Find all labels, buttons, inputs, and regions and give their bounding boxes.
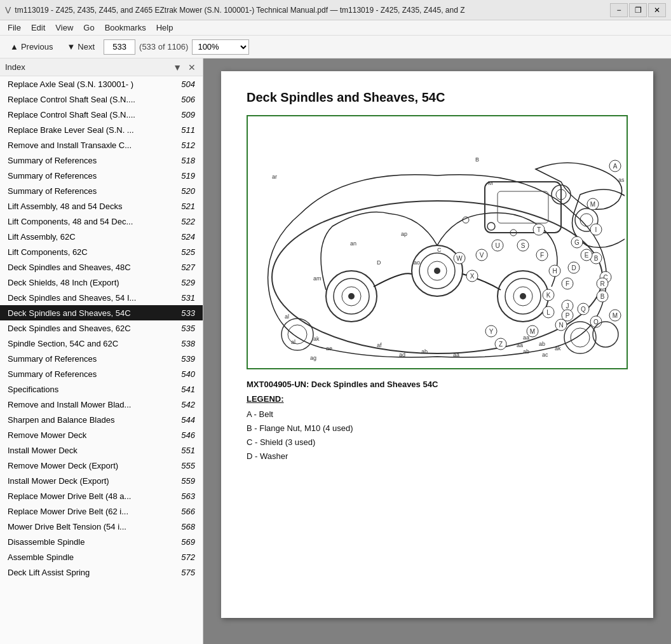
sidebar-item-page: 551 [176,446,195,455]
sidebar-list-item[interactable]: Replace Control Shaft Seal (S.N....506 [0,92,203,107]
sidebar-list-item[interactable]: Replace Brake Lever Seal (S.N. ...511 [0,122,203,137]
sidebar-list-item[interactable]: Lift Assembly, 62C524 [0,229,203,244]
sidebar-item-label: Remove Mower Deck (Export) [8,461,171,470]
page-number-input[interactable] [104,39,135,55]
sidebar-list-item[interactable]: Remove and Install Mower Blad...542 [0,397,203,412]
sidebar-item-label: Remove and Install Mower Blad... [8,400,171,409]
sidebar-list-item[interactable]: Mower Drive Belt Tension (54 i...568 [0,519,203,534]
sidebar-item-label: Lift Assembly, 62C [8,232,171,242]
menu-item-view[interactable]: View [50,22,78,34]
sidebar-list-item[interactable]: Install Mower Deck (Export)559 [0,473,203,488]
next-button[interactable]: ▼ Next [62,39,100,54]
svg-text:ak: ak [313,336,320,342]
sidebar-item-page: 533 [176,308,195,318]
sidebar-item-page: 575 [176,568,195,577]
sidebar-item-label: Replace Mower Drive Belt (48 a... [8,491,171,501]
sidebar-list-item[interactable]: Replace Axle Seal (S.N. 130001- )504 [0,76,203,92]
sidebar-close-button[interactable]: ✕ [186,62,198,72]
sidebar-item-page: 531 [176,293,195,303]
svg-point-4 [348,293,355,299]
sidebar-item-page: 512 [176,140,195,150]
sidebar-item-label: Lift Components, 48 and 54 Dec... [8,217,171,226]
sidebar-list-item[interactable]: Summary of References519 [0,168,203,183]
menu-item-go[interactable]: Go [78,22,99,34]
minimize-button[interactable]: − [610,3,628,17]
sidebar-item-page: 527 [176,263,195,272]
sidebar-list-item[interactable]: Replace Mower Drive Belt (48 a...563 [0,488,203,504]
close-button[interactable]: ✕ [648,3,666,17]
sidebar-list-item[interactable]: Lift Components, 62C525 [0,244,203,259]
legend-item: B - Flange Nut, M10 (4 used) [247,421,628,435]
sidebar-list-item[interactable]: Spindle Section, 54C and 62C538 [0,336,203,351]
page-count-label: (533 of 1106) [139,42,188,51]
svg-text:S: S [521,242,525,249]
sidebar-list-item[interactable]: Deck Spindles and Sheaves, 54C533 [0,305,203,320]
sidebar-item-page: 541 [176,385,195,394]
sidebar-list-item[interactable]: Summary of References518 [0,153,203,168]
sidebar-list-item[interactable]: Remove Mower Deck (Export)555 [0,458,203,473]
sidebar-item-label: Deck Spindles and Sheaves, 48C [8,263,171,272]
svg-text:B: B [594,255,599,262]
sidebar-list-item[interactable]: Remove and Install Transaxle C...512 [0,137,203,153]
sidebar-item-page: 511 [176,125,195,135]
sidebar-list-item[interactable]: Deck Spindles and Sheaves, 54 I...531 [0,290,203,305]
sidebar-list-item[interactable]: Install Mower Deck551 [0,442,203,458]
legend-title: LEGEND: [247,394,628,404]
sidebar-item-page: 506 [176,95,195,104]
sidebar-list-item[interactable]: Replace Mower Drive Belt (62 i...566 [0,504,203,519]
sidebar-list-item[interactable]: Deck Shields, 48 Inch (Export)529 [0,275,203,290]
svg-text:ab: ab [421,348,428,355]
menu-item-bookmarks[interactable]: Bookmarks [100,22,151,34]
content-area[interactable]: Deck Spindles and Sheaves, 54C [203,58,671,644]
sidebar-item-page: 519 [176,171,195,181]
menu-item-help[interactable]: Help [151,22,179,34]
sidebar-item-page: 518 [176,156,195,165]
sidebar-list-item[interactable]: Deck Lift Assist Spring575 [0,565,203,580]
sidebar-list-item[interactable]: Summary of References540 [0,366,203,381]
sidebar-list-item[interactable]: Summary of References520 [0,183,203,198]
previous-button[interactable]: ▲ Previous [5,39,58,54]
sidebar-item-page: 522 [176,217,195,226]
svg-text:ad: ad [399,352,405,358]
sidebar-list-item[interactable]: Remove Mower Deck546 [0,427,203,442]
sidebar-list-item[interactable]: Disassemble Spindle569 [0,534,203,549]
sidebar-dropdown-button[interactable]: ▼ [171,62,184,72]
sidebar-list-item[interactable]: Assemble Spindle572 [0,549,203,565]
sidebar-list[interactable]: Replace Axle Seal (S.N. 130001- )504Repl… [0,76,203,644]
menu-item-edit[interactable]: Edit [26,22,50,34]
sidebar-list-item[interactable]: Deck Spindles and Sheaves, 62C535 [0,320,203,336]
svg-text:aa: aa [453,352,459,358]
sidebar-item-page: 540 [176,369,195,379]
sidebar-list-item[interactable]: Summary of References539 [0,351,203,366]
sidebar-item-page: 524 [176,232,195,242]
sidebar-item-page: 525 [176,247,195,257]
sidebar-list-item[interactable]: Lift Assembly, 48 and 54 Decks521 [0,198,203,214]
svg-text:ac: ac [542,352,548,358]
sidebar-item-page: 535 [176,324,195,333]
sidebar-item-label: Install Mower Deck (Export) [8,476,171,486]
sidebar-list-item[interactable]: Lift Components, 48 and 54 Dec...522 [0,214,203,229]
sidebar-list-item[interactable]: Replace Control Shaft Seal (S.N....509 [0,107,203,122]
sidebar-list-item[interactable]: Sharpen and Balance Blades544 [0,412,203,427]
svg-point-110 [288,325,307,344]
zoom-select[interactable]: 50%75%100%125%150%200% [192,39,249,55]
down-arrow-icon: ▼ [67,42,75,51]
sidebar-list-item[interactable]: Specifications541 [0,381,203,397]
sidebar-list-item[interactable]: Deck Spindles and Sheaves, 48C527 [0,259,203,275]
diagram-container: A B B C D E F [247,115,628,369]
sidebar-item-label: Summary of References [8,156,171,165]
menu-item-file[interactable]: File [3,22,26,34]
sidebar-item-page: 546 [176,430,195,440]
sidebar-item-label: Specifications [8,385,171,394]
svg-text:aa: aa [517,342,523,348]
up-arrow-icon: ▲ [10,42,18,51]
svg-point-8 [434,268,440,274]
restore-button[interactable]: ❐ [629,3,647,17]
sidebar-item-label: Lift Components, 62C [8,247,171,257]
svg-text:D: D [377,259,381,266]
window-title: tm113019 - Z425, Z435, Z445, and Z465 EZ… [15,6,606,15]
sidebar-item-label: Remove Mower Deck [8,430,171,440]
svg-text:M: M [613,312,618,319]
svg-text:ab: ab [539,341,545,347]
toolbar: ▲ Previous ▼ Next (533 of 1106) 50%75%10… [0,36,671,58]
